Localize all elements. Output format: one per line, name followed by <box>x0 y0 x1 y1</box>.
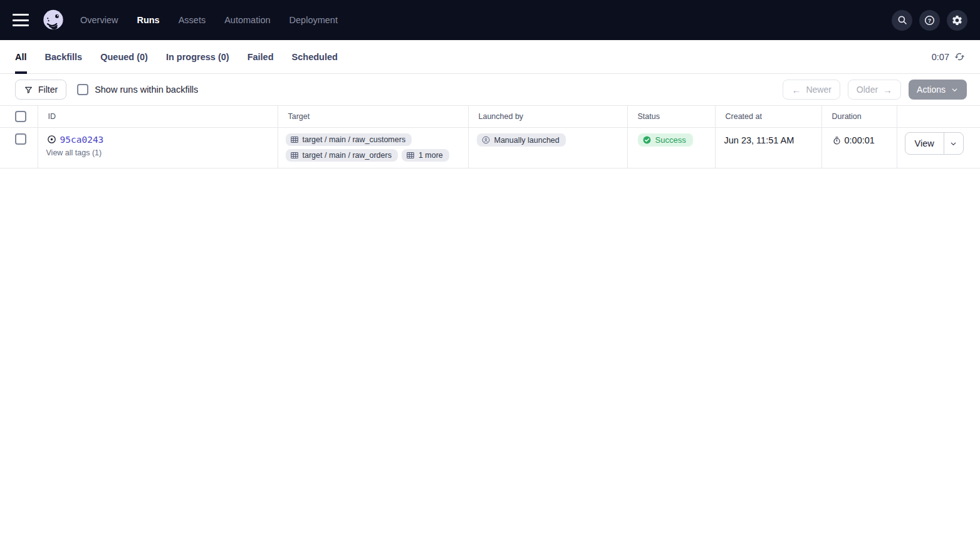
launched-by-tag[interactable]: Manually launched <box>477 133 566 147</box>
arrow-right-icon: → <box>883 85 892 95</box>
select-all-checkbox[interactable] <box>15 111 26 122</box>
search-button[interactable] <box>892 10 912 31</box>
column-header-actions <box>897 106 980 128</box>
refresh-icon[interactable] <box>954 51 965 62</box>
table-header-row: ID Target Launched by Status Created at … <box>0 106 980 128</box>
dagster-logo[interactable] <box>41 8 65 32</box>
duration-value: 0:00:01 <box>832 135 897 145</box>
newer-button[interactable]: ← Newer <box>783 80 840 100</box>
tab-scheduled[interactable]: Scheduled <box>292 40 338 74</box>
target-tag[interactable]: target / main / raw_orders <box>286 149 398 162</box>
filter-button[interactable]: Filter <box>15 80 66 100</box>
top-navigation: Overview Runs Assets Automation Deployme… <box>0 0 980 40</box>
column-header-id: ID <box>38 106 278 128</box>
status-badge: Success <box>638 133 693 147</box>
column-header-duration: Duration <box>821 106 897 128</box>
table-grid-icon <box>290 151 299 160</box>
run-id-link[interactable]: 95ca0243 <box>60 135 104 145</box>
filter-funnel-icon <box>24 85 33 95</box>
nav-item-assets[interactable]: Assets <box>179 15 206 25</box>
tab-backfills[interactable]: Backfills <box>45 40 83 74</box>
nav-item-overview[interactable]: Overview <box>80 15 118 25</box>
timer-icon <box>832 136 842 145</box>
primary-nav: Overview Runs Assets Automation Deployme… <box>80 15 338 25</box>
success-check-icon <box>642 135 652 145</box>
older-button[interactable]: Older → <box>848 80 901 100</box>
column-header-created-at: Created at <box>715 106 821 128</box>
arrow-left-icon: ← <box>791 85 801 95</box>
table-grid-icon <box>406 151 415 160</box>
actions-button[interactable]: Actions <box>909 80 967 100</box>
settings-gear-icon <box>951 14 963 26</box>
runs-tab-bar: All Backfills Queued (0) In progress (0)… <box>0 40 980 74</box>
refresh-countdown: 0:07 <box>932 52 949 62</box>
view-all-tags-link[interactable]: View all tags (1) <box>46 148 278 157</box>
view-button[interactable]: View <box>905 133 944 154</box>
run-target-icon <box>46 134 57 145</box>
hamburger-menu-icon[interactable] <box>13 14 30 26</box>
runs-table: ID Target Launched by Status Created at … <box>0 105 980 168</box>
help-button[interactable]: ? <box>919 10 940 31</box>
created-at-value: Jun 23, 11:51 AM <box>715 128 821 168</box>
person-icon <box>481 135 491 145</box>
table-row: 95ca0243 View all tags (1) target / <box>0 128 980 168</box>
row-checkbox[interactable] <box>15 133 26 145</box>
top-nav-actions: ? <box>892 10 967 31</box>
settings-button[interactable] <box>947 10 967 31</box>
nav-item-deployment[interactable]: Deployment <box>289 15 338 25</box>
column-header-target: Target <box>278 106 468 128</box>
show-backfills-label[interactable]: Show runs within backfills <box>95 85 198 95</box>
tab-failed[interactable]: Failed <box>248 40 274 74</box>
help-icon: ? <box>924 14 936 26</box>
svg-text:?: ? <box>928 17 932 23</box>
show-backfills-checkbox[interactable] <box>77 84 88 95</box>
tab-in-progress[interactable]: In progress (0) <box>166 40 229 74</box>
tab-queued[interactable]: Queued (0) <box>100 40 148 74</box>
search-icon <box>897 14 908 26</box>
chevron-down-icon <box>951 86 959 94</box>
more-targets-tag[interactable]: 1 more <box>402 149 449 162</box>
target-tag[interactable]: target / main / raw_customers <box>286 133 412 146</box>
column-header-status: Status <box>627 106 715 128</box>
chevron-down-icon <box>949 140 957 148</box>
row-view-split-button: View <box>905 132 964 155</box>
table-grid-icon <box>290 135 299 144</box>
runs-toolbar: Filter Show runs within backfills ← Newe… <box>0 74 980 105</box>
nav-item-automation[interactable]: Automation <box>224 15 270 25</box>
nav-item-runs[interactable]: Runs <box>137 15 159 25</box>
view-dropdown-button[interactable] <box>944 133 963 154</box>
column-header-launched-by: Launched by <box>468 106 627 128</box>
tab-all[interactable]: All <box>15 40 27 74</box>
